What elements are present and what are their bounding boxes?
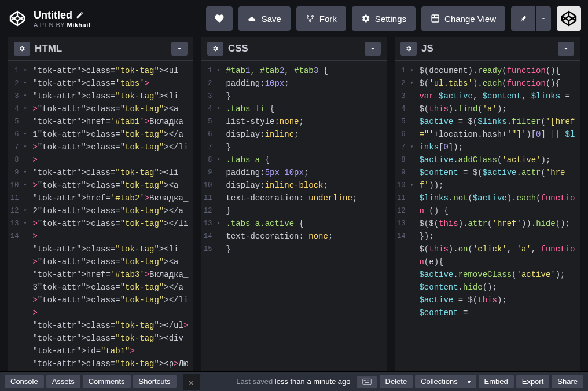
svg-rect-12	[362, 379, 371, 384]
svg-rect-15	[367, 380, 368, 381]
embed-button[interactable]: Embed	[479, 375, 514, 388]
html-editor[interactable]: 1 2 3 4 5 6 7 8 9 10 11 12 13 14 ▾ ▾ ▾ ▾…	[8, 61, 193, 371]
js-editor[interactable]: 1 2 3 4 5 6 7 8 9 10 11 12 13 14 ▾ ▾ ▾ ▾…	[395, 61, 580, 371]
svg-rect-14	[365, 380, 366, 381]
save-button[interactable]: Save	[238, 6, 291, 31]
comments-button[interactable]: Comments	[83, 375, 131, 388]
header: Untitled A PEN BY Mikhail Save Fork Sett…	[0, 0, 588, 37]
css-title: CSS	[228, 43, 360, 54]
css-settings-icon[interactable]	[207, 42, 223, 56]
svg-point-5	[310, 20, 311, 22]
pin-dropdown[interactable]	[536, 6, 551, 31]
author-link[interactable]: Mikhail	[67, 21, 91, 28]
pin-group	[511, 6, 551, 31]
title-area: Untitled A PEN BY Mikhail	[34, 9, 90, 28]
js-panel: JS 1 2 3 4 5 6 7 8 9 10 11 12 13 14 ▾ ▾ …	[395, 37, 580, 371]
collections-button[interactable]: Collections	[415, 375, 476, 388]
footer: Console Assets Comments Shortcuts ✕ Last…	[0, 371, 588, 391]
subtitle: A PEN BY Mikhail	[34, 21, 90, 28]
css-editor[interactable]: 1 2 3 4 5 6 7 8 9 10 11 12 13 14 15 ▾ ▾ …	[201, 61, 387, 371]
editors-row: HTML 1 2 3 4 5 6 7 8 9 10 11 12 13 14 ▾ …	[0, 37, 588, 371]
export-button[interactable]: Export	[516, 375, 550, 388]
console-button[interactable]: Console	[5, 375, 44, 388]
heart-button[interactable]	[206, 6, 233, 31]
html-panel: HTML 1 2 3 4 5 6 7 8 9 10 11 12 13 14 ▾ …	[8, 37, 193, 371]
pin-button[interactable]	[511, 6, 535, 31]
html-settings-icon[interactable]	[14, 42, 30, 56]
edit-icon[interactable]	[76, 11, 84, 19]
js-collapse-icon[interactable]	[558, 42, 574, 56]
share-button[interactable]: Share	[552, 375, 583, 388]
close-icon[interactable]: ✕	[183, 374, 200, 390]
css-panel: CSS 1 2 3 4 5 6 7 8 9 10 11 12 13 14 15 …	[201, 37, 387, 371]
settings-button[interactable]: Settings	[352, 6, 416, 31]
js-title: JS	[421, 43, 553, 54]
change-view-button[interactable]: Change View	[421, 6, 505, 31]
svg-point-3	[307, 16, 309, 17]
shortcuts-button[interactable]: Shortcuts	[133, 375, 177, 388]
keyboard-icon[interactable]	[357, 376, 377, 388]
css-collapse-icon[interactable]	[365, 42, 381, 56]
codepen-logo[interactable]	[7, 8, 28, 29]
delete-button[interactable]: Delete	[380, 375, 413, 388]
save-status: Last saved less than a minute ago	[236, 377, 350, 386]
pen-title[interactable]: Untitled	[34, 9, 72, 21]
html-title: HTML	[35, 43, 167, 54]
svg-rect-6	[432, 15, 439, 22]
fork-button[interactable]: Fork	[296, 6, 346, 31]
assets-button[interactable]: Assets	[46, 375, 80, 388]
svg-rect-16	[368, 380, 369, 381]
svg-rect-13	[363, 380, 364, 381]
js-settings-icon[interactable]	[400, 42, 417, 56]
html-collapse-icon[interactable]	[171, 42, 188, 56]
svg-rect-17	[365, 382, 369, 383]
avatar[interactable]	[557, 6, 581, 31]
svg-point-4	[312, 16, 314, 17]
